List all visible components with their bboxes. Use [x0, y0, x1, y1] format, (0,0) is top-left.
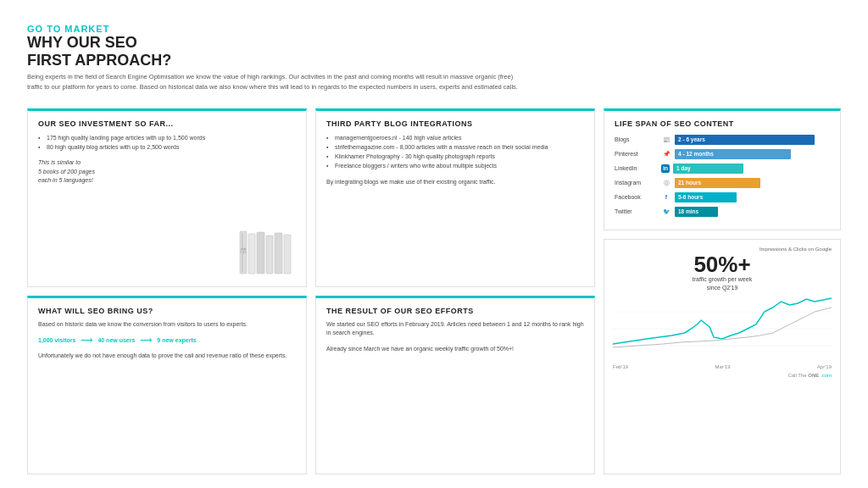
books-visual: [238, 227, 298, 278]
instagram-bar: 21 hours: [675, 178, 760, 188]
facebook-bar-container: 5-6 hours: [675, 192, 830, 202]
bullet-1: 175 high quality landing page articles w…: [38, 133, 296, 142]
lifespan-label-linkedin: LinkedIn: [615, 165, 661, 171]
flow-visitors: 1,000 visitors: [38, 337, 75, 343]
instagram-bar-container: 21 hours: [675, 178, 830, 188]
svg-point-9: [244, 248, 246, 250]
svg-point-8: [242, 248, 243, 250]
lifespan-title: LIFE SPAN OF SEO CONTENT: [615, 119, 830, 128]
chart-svg-area: [613, 295, 832, 363]
third-party-title: THIRD PARTY BLOG INTEGRATIONS: [326, 119, 584, 128]
seo-investment-title: OUR SEO INVESTMENT SO FAR...: [38, 119, 296, 128]
seo-bring-text: Based on historic data we know the conve…: [38, 320, 296, 330]
big-number: 50%+: [613, 253, 832, 275]
instagram-icon: ◎: [661, 179, 671, 186]
seo-result-title: THE RESULT OF OUR SEO EFFORTS: [326, 307, 584, 315]
facebook-bar: 5-6 hours: [675, 192, 737, 202]
seo-bring-card: WHAT WILL SEO BRING US? Based on histori…: [27, 296, 307, 474]
seo-result-text2: Already since March we have an organic w…: [326, 345, 584, 354]
svg-point-10: [243, 251, 244, 252]
linkedin-bar-container: 1 day: [673, 164, 830, 174]
header: GO TO MARKET WHY OUR SEO FIRST APPROACH?…: [27, 24, 841, 92]
blog-icon: 📰: [661, 136, 671, 143]
svg-rect-5: [275, 233, 282, 274]
flow-users: 40 new users: [97, 337, 135, 343]
third-party-footer: By integrating blogs we make use of thei…: [326, 178, 584, 187]
growth-text: traffic growth per weeksince Q2'19: [613, 275, 832, 292]
twitter-bar: 18 mins: [675, 207, 718, 217]
lifespan-row-facebook: Facebook f 5-6 hours: [615, 192, 830, 202]
chart-x-labels: Feb'19 Mar'19 Apr'19: [613, 364, 832, 369]
pinterest-bar-container: 4 - 12 months: [675, 149, 830, 159]
linkedin-bar: 1 day: [673, 164, 743, 174]
svg-rect-3: [257, 232, 264, 274]
tp-bullet-2: strifethemagazine.com - 8,000 articles w…: [326, 142, 584, 152]
chart-card: Impressions & Clicks on Google 50%+ traf…: [604, 239, 841, 474]
lifespan-label-instagram: Instagram: [615, 180, 661, 186]
similar-text: This is similar to5 books of 200 pagesea…: [38, 158, 296, 186]
lifespan-row-instagram: Instagram ◎ 21 hours: [615, 178, 830, 188]
twitter-bar-container: 18 mins: [675, 207, 830, 217]
twitter-icon: 🐦: [661, 208, 671, 215]
tp-bullet-3: Klinkhamer Photography - 30 high quality…: [326, 152, 584, 161]
lifespan-card: LIFE SPAN OF SEO CONTENT Blogs 📰 2 - 6 y…: [604, 108, 841, 230]
seo-result-text: We started our SEO efforts in February 2…: [326, 320, 584, 338]
conversion-flow: 1,000 visitors ⟶ 40 new users ⟶ 9 new ex…: [38, 336, 296, 345]
subtitle-text: Being experts in the field of Search Eng…: [27, 72, 519, 92]
blogs-bar-container: 2 - 6 years: [675, 135, 830, 145]
lifespan-label-twitter: Twitter: [615, 208, 661, 214]
blogs-bar: 2 - 6 years: [675, 135, 815, 145]
go-to-market-label: GO TO MARKET: [27, 24, 841, 34]
content-grid: OUR SEO INVESTMENT SO FAR... 175 high qu…: [27, 108, 841, 474]
lifespan-row-blogs: Blogs 📰 2 - 6 years: [615, 135, 830, 145]
lifespan-label-facebook: Facebook: [615, 194, 661, 200]
chart-label: Impressions & Clicks on Google: [613, 247, 832, 252]
tp-bullet-1: managementgoeroes.nl - 140 high value ar…: [326, 133, 584, 142]
seo-investment-bullets: 175 high quality landing page articles w…: [38, 133, 296, 152]
arrow-1: ⟶: [81, 336, 92, 345]
lifespan-row-pinterest: Pinterest 📌 4 - 12 months: [615, 149, 830, 159]
seo-result-card: THE RESULT OF OUR SEO EFFORTS We started…: [315, 296, 595, 474]
seo-bring-footer: Unfortunately we do not have enough data…: [38, 352, 296, 361]
svg-rect-4: [266, 236, 273, 274]
lifespan-label-blogs: Blogs: [615, 136, 661, 142]
third-party-bullets: managementgoeroes.nl - 140 high value ar…: [326, 133, 584, 171]
seo-bring-title: WHAT WILL SEO BRING US?: [38, 307, 296, 315]
svg-rect-6: [284, 235, 291, 274]
facebook-icon: f: [661, 194, 671, 200]
seo-investment-card: OUR SEO INVESTMENT SO FAR... 175 high qu…: [27, 108, 307, 287]
linkedin-icon: in: [661, 164, 670, 173]
svg-point-7: [240, 247, 247, 254]
lifespan-label-pinterest: Pinterest: [615, 151, 661, 157]
right-panel: LIFE SPAN OF SEO CONTENT Blogs 📰 2 - 6 y…: [604, 108, 841, 474]
lifespan-row-twitter: Twitter 🐦 18 mins: [615, 207, 830, 217]
main-title: WHY OUR SEO FIRST APPROACH?: [27, 34, 841, 69]
footer-brand: Call The ONE .com: [613, 373, 832, 378]
page: GO TO MARKET WHY OUR SEO FIRST APPROACH?…: [0, 0, 868, 488]
tp-bullet-4: Freelance bloggers / writers who write a…: [326, 161, 584, 170]
svg-rect-2: [248, 234, 255, 274]
arrow-2: ⟶: [140, 336, 152, 345]
bullet-2: 80 high quality blog articles with up to…: [38, 142, 296, 152]
pinterest-icon: 📌: [661, 151, 671, 158]
third-party-card: THIRD PARTY BLOG INTEGRATIONS management…: [315, 108, 595, 287]
flow-experts: 9 new experts: [157, 337, 196, 343]
lifespan-row-linkedin: LinkedIn in 1 day: [615, 164, 830, 174]
pinterest-bar: 4 - 12 months: [675, 149, 791, 159]
